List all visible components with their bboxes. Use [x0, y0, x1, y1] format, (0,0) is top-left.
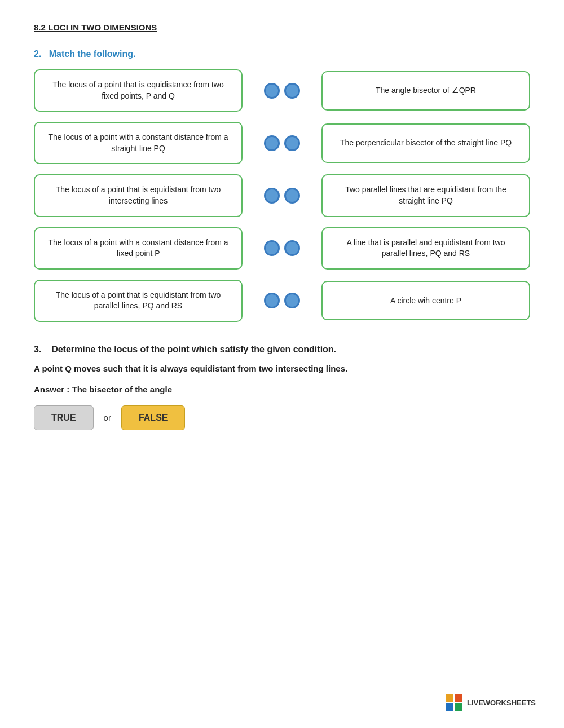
- left-box-2: The locus of a point with a constant dis…: [34, 122, 243, 164]
- match-row-4: The locus of a point with a constant dis…: [34, 227, 530, 270]
- connector-1: [264, 83, 300, 99]
- liveworksheets-text: LIVEWORKSHEETS: [467, 699, 536, 707]
- right-box-5: A circle wih centre P: [321, 281, 530, 320]
- right-box-1: The angle bisector of ∠QPR: [321, 71, 530, 111]
- dot-right-3[interactable]: [284, 188, 300, 204]
- logo-square-1: [446, 694, 453, 702]
- q3-sub-question: A point Q moves such that it is always e…: [34, 364, 530, 373]
- q3-instruction: Determine the locus of the point which s…: [51, 345, 336, 354]
- logo-square-2: [455, 694, 462, 702]
- page-title: 8.2 LOCI IN TWO DIMENSIONS: [34, 23, 530, 32]
- dot-right-4[interactable]: [284, 240, 300, 256]
- left-box-3: The locus of a point that is equidistant…: [34, 174, 243, 217]
- true-button[interactable]: TRUE: [34, 405, 94, 430]
- q2-header: 2. Match the following.: [34, 49, 530, 59]
- connector-4: [264, 240, 300, 256]
- logo-square-3: [446, 703, 453, 711]
- connector-2: [264, 135, 300, 151]
- logo-square-4: [455, 703, 462, 711]
- liveworksheets-footer: LIVEWORKSHEETS: [446, 694, 536, 711]
- q3-number: 3.: [34, 345, 41, 354]
- match-container: The locus of a point that is equidistanc…: [34, 69, 530, 322]
- dot-right-1[interactable]: [284, 83, 300, 99]
- dot-right-2[interactable]: [284, 135, 300, 151]
- q2-number: 2.: [34, 49, 41, 59]
- true-false-row: TRUE or FALSE: [34, 405, 530, 430]
- or-label: or: [104, 413, 111, 422]
- question-2: 2. Match the following. The locus of a p…: [34, 49, 530, 322]
- right-box-2: The perpendicular bisector of the straig…: [321, 123, 530, 163]
- match-row-3: The locus of a point that is equidistant…: [34, 174, 530, 217]
- right-box-3: Two parallel lines that are equidistant …: [321, 174, 530, 217]
- left-box-4: The locus of a point with a constant dis…: [34, 227, 243, 270]
- left-box-5: The locus of a point that is equidistant…: [34, 280, 243, 322]
- q3-header: 3. Determine the locus of the point whic…: [34, 345, 530, 355]
- q3-answer-label: Answer : The bisector of the angle: [34, 385, 530, 394]
- dot-left-4[interactable]: [264, 240, 280, 256]
- right-box-4: A line that is parallel and equidistant …: [321, 227, 530, 270]
- connector-3: [264, 188, 300, 204]
- dot-left-2[interactable]: [264, 135, 280, 151]
- false-button[interactable]: FALSE: [121, 405, 186, 430]
- connector-5: [264, 293, 300, 308]
- match-row-5: The locus of a point that is equidistant…: [34, 280, 530, 322]
- logo-icon: [446, 694, 462, 711]
- match-row-1: The locus of a point that is equidistanc…: [34, 69, 530, 112]
- q2-instruction: Match the following.: [49, 49, 136, 59]
- question-3: 3. Determine the locus of the point whic…: [34, 345, 530, 430]
- dot-left-1[interactable]: [264, 83, 280, 99]
- match-row-2: The locus of a point with a constant dis…: [34, 122, 530, 164]
- left-box-1: The locus of a point that is equidistanc…: [34, 69, 243, 112]
- dot-left-3[interactable]: [264, 188, 280, 204]
- dot-left-5[interactable]: [264, 293, 280, 308]
- dot-right-5[interactable]: [284, 293, 300, 308]
